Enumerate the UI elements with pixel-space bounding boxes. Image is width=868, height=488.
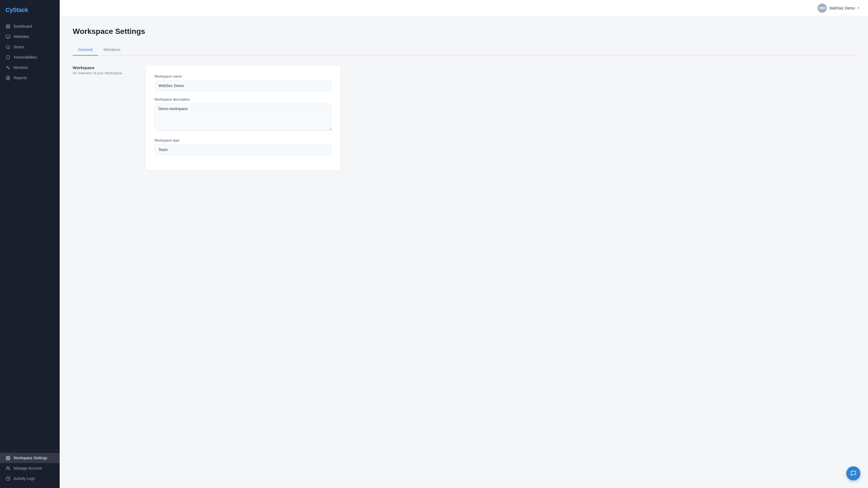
vulnerabilities-icon (5, 55, 10, 60)
svg-point-12 (6, 466, 8, 468)
workspace-name-group: Workspace name (154, 74, 332, 91)
settings-icon (5, 455, 10, 460)
chevron-down-icon: ▾ (858, 6, 859, 10)
workspace-description-group: Workspace description (154, 97, 332, 132)
sidebar-item-label: Monitors (13, 65, 28, 70)
scans-icon (5, 44, 10, 50)
sidebar-item-monitors[interactable]: Monitors (0, 62, 60, 73)
sidebar-item-dashboard[interactable]: Dashboard (0, 21, 60, 31)
monitors-icon (5, 65, 10, 70)
sidebar-item-label: Vulnerabilities (13, 55, 37, 59)
manage-icon (5, 466, 10, 470)
content-area: Workspace Settings General Members Works… (60, 16, 868, 488)
sidebar-item-label: Websites (13, 34, 29, 39)
section-description: An overview of your Workspace (73, 71, 132, 75)
topbar: WD WebSec Demo ▾ (60, 0, 868, 16)
user-menu[interactable]: WD WebSec Demo ▾ (817, 3, 859, 13)
logo-text: CyStack (5, 6, 28, 13)
main-content: WD WebSec Demo ▾ Workspace Settings Gene… (60, 0, 868, 488)
svg-point-11 (7, 457, 8, 458)
svg-rect-0 (6, 25, 8, 26)
workspace-type-select[interactable]: Team (154, 144, 332, 155)
workspace-name-input[interactable] (154, 80, 332, 91)
settings-section-info: Workspace An overview of your Workspace (73, 65, 132, 170)
sidebar-item-label: Activity Logs (13, 476, 35, 481)
svg-rect-1 (8, 25, 9, 26)
avatar: WD (817, 3, 827, 13)
page-title: Workspace Settings (73, 27, 855, 36)
sidebar-item-label: Scans (13, 45, 24, 49)
svg-rect-3 (6, 27, 8, 28)
websites-icon (5, 34, 10, 39)
user-name: WebSec Demo (830, 6, 855, 10)
tab-members[interactable]: Members (98, 44, 126, 56)
sidebar-item-workspace-settings[interactable]: Workspace Settings (0, 453, 60, 463)
sidebar-item-manage-account[interactable]: Manage Account (0, 463, 60, 474)
sidebar-nav: Dashboard Websites Scans (0, 19, 60, 450)
workspace-description-input[interactable] (154, 104, 332, 131)
workspace-description-label: Workspace description (154, 97, 332, 101)
sidebar-item-websites[interactable]: Websites (0, 31, 60, 42)
workspace-type-label: Workspace type (154, 138, 332, 142)
tab-general[interactable]: General (73, 44, 98, 56)
svg-rect-2 (8, 27, 9, 28)
sidebar-item-vulnerabilities[interactable]: Vulnerabilities (0, 52, 60, 62)
workspace-type-group: Workspace type Team (154, 138, 332, 155)
sidebar-bottom: Workspace Settings Manage Account Ac (0, 450, 60, 488)
chat-button[interactable] (846, 466, 860, 480)
svg-rect-4 (6, 35, 10, 38)
sidebar-item-activity-logs[interactable]: Activity Logs (0, 474, 60, 484)
workspace-name-label: Workspace name (154, 74, 332, 78)
reports-icon (5, 75, 10, 80)
settings-layout: Workspace An overview of your Workspace … (73, 65, 855, 170)
svg-line-8 (9, 48, 9, 48)
sidebar-item-label: Manage Account (13, 466, 42, 470)
sidebar: CyStack Dashboard Websites (0, 0, 60, 488)
tabs-bar: General Members (73, 44, 855, 56)
dashboard-icon (5, 24, 10, 29)
section-title: Workspace (73, 65, 132, 70)
chat-icon (850, 470, 856, 476)
sidebar-item-reports[interactable]: Reports (0, 73, 60, 83)
sidebar-item-label: Dashboard (13, 24, 32, 29)
workspace-form: Workspace name Workspace description Wor… (145, 65, 341, 170)
app-logo: CyStack (0, 0, 60, 19)
sidebar-item-label: Reports (13, 76, 27, 80)
activity-icon (5, 476, 10, 481)
sidebar-item-label: Workspace Settings (13, 456, 47, 460)
sidebar-item-scans[interactable]: Scans (0, 42, 60, 52)
